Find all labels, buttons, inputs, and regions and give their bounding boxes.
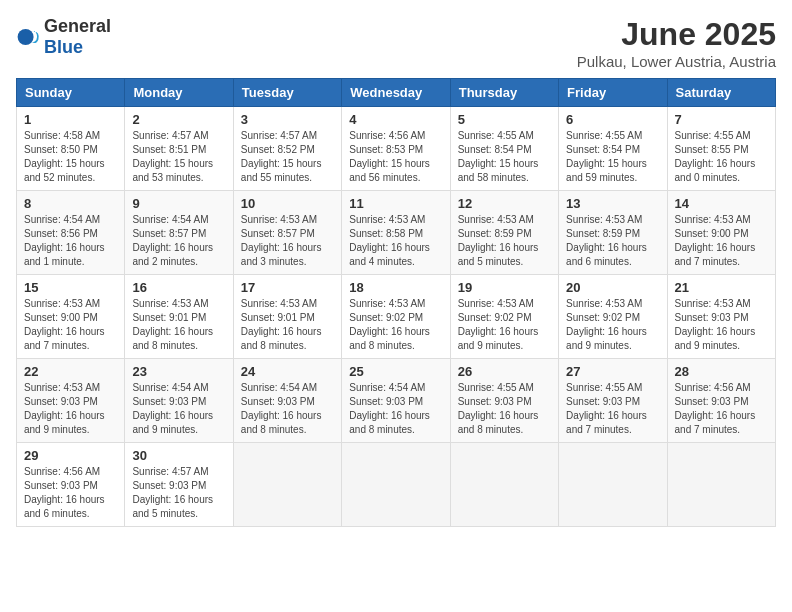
day-number: 14: [675, 196, 768, 211]
day-info: Sunrise: 4:53 AM Sunset: 9:02 PM Dayligh…: [349, 297, 442, 353]
logo-text: General Blue: [44, 16, 111, 58]
day-info: Sunrise: 4:57 AM Sunset: 8:52 PM Dayligh…: [241, 129, 334, 185]
day-number: 13: [566, 196, 659, 211]
calendar-cell: [233, 443, 341, 527]
day-number: 11: [349, 196, 442, 211]
day-info: Sunrise: 4:53 AM Sunset: 8:59 PM Dayligh…: [566, 213, 659, 269]
calendar-cell: 14Sunrise: 4:53 AM Sunset: 9:00 PM Dayli…: [667, 191, 775, 275]
calendar-cell: 11Sunrise: 4:53 AM Sunset: 8:58 PM Dayli…: [342, 191, 450, 275]
calendar-cell: 28Sunrise: 4:56 AM Sunset: 9:03 PM Dayli…: [667, 359, 775, 443]
day-number: 8: [24, 196, 117, 211]
day-number: 24: [241, 364, 334, 379]
calendar-cell: 1Sunrise: 4:58 AM Sunset: 8:50 PM Daylig…: [17, 107, 125, 191]
calendar-cell: [450, 443, 558, 527]
day-info: Sunrise: 4:53 AM Sunset: 9:03 PM Dayligh…: [24, 381, 117, 437]
calendar-cell: 5Sunrise: 4:55 AM Sunset: 8:54 PM Daylig…: [450, 107, 558, 191]
day-info: Sunrise: 4:56 AM Sunset: 8:53 PM Dayligh…: [349, 129, 442, 185]
day-info: Sunrise: 4:56 AM Sunset: 9:03 PM Dayligh…: [675, 381, 768, 437]
day-number: 18: [349, 280, 442, 295]
day-info: Sunrise: 4:53 AM Sunset: 9:02 PM Dayligh…: [458, 297, 551, 353]
calendar-cell: 26Sunrise: 4:55 AM Sunset: 9:03 PM Dayli…: [450, 359, 558, 443]
day-number: 26: [458, 364, 551, 379]
location-title: Pulkau, Lower Austria, Austria: [577, 53, 776, 70]
day-info: Sunrise: 4:54 AM Sunset: 9:03 PM Dayligh…: [132, 381, 225, 437]
day-number: 29: [24, 448, 117, 463]
day-number: 6: [566, 112, 659, 127]
month-title: June 2025: [577, 16, 776, 53]
calendar-cell: 15Sunrise: 4:53 AM Sunset: 9:00 PM Dayli…: [17, 275, 125, 359]
day-info: Sunrise: 4:54 AM Sunset: 9:03 PM Dayligh…: [349, 381, 442, 437]
day-number: 12: [458, 196, 551, 211]
week-row-2: 8Sunrise: 4:54 AM Sunset: 8:56 PM Daylig…: [17, 191, 776, 275]
day-info: Sunrise: 4:56 AM Sunset: 9:03 PM Dayligh…: [24, 465, 117, 521]
logo-general: General: [44, 16, 111, 36]
weekday-header-friday: Friday: [559, 79, 667, 107]
day-info: Sunrise: 4:53 AM Sunset: 8:59 PM Dayligh…: [458, 213, 551, 269]
calendar-cell: 17Sunrise: 4:53 AM Sunset: 9:01 PM Dayli…: [233, 275, 341, 359]
day-number: 27: [566, 364, 659, 379]
calendar-cell: 22Sunrise: 4:53 AM Sunset: 9:03 PM Dayli…: [17, 359, 125, 443]
day-info: Sunrise: 4:57 AM Sunset: 9:03 PM Dayligh…: [132, 465, 225, 521]
day-info: Sunrise: 4:53 AM Sunset: 8:58 PM Dayligh…: [349, 213, 442, 269]
weekday-header-sunday: Sunday: [17, 79, 125, 107]
day-number: 10: [241, 196, 334, 211]
day-number: 9: [132, 196, 225, 211]
calendar-cell: [559, 443, 667, 527]
calendar-cell: 25Sunrise: 4:54 AM Sunset: 9:03 PM Dayli…: [342, 359, 450, 443]
day-number: 21: [675, 280, 768, 295]
logo-icon: [16, 25, 40, 49]
calendar-cell: 24Sunrise: 4:54 AM Sunset: 9:03 PM Dayli…: [233, 359, 341, 443]
day-number: 16: [132, 280, 225, 295]
calendar-cell: 10Sunrise: 4:53 AM Sunset: 8:57 PM Dayli…: [233, 191, 341, 275]
calendar-cell: 6Sunrise: 4:55 AM Sunset: 8:54 PM Daylig…: [559, 107, 667, 191]
weekday-header-saturday: Saturday: [667, 79, 775, 107]
day-number: 2: [132, 112, 225, 127]
svg-point-0: [18, 29, 34, 45]
day-number: 3: [241, 112, 334, 127]
day-number: 5: [458, 112, 551, 127]
day-info: Sunrise: 4:58 AM Sunset: 8:50 PM Dayligh…: [24, 129, 117, 185]
calendar-cell: 2Sunrise: 4:57 AM Sunset: 8:51 PM Daylig…: [125, 107, 233, 191]
calendar-cell: 9Sunrise: 4:54 AM Sunset: 8:57 PM Daylig…: [125, 191, 233, 275]
calendar-cell: 8Sunrise: 4:54 AM Sunset: 8:56 PM Daylig…: [17, 191, 125, 275]
day-number: 30: [132, 448, 225, 463]
day-info: Sunrise: 4:55 AM Sunset: 9:03 PM Dayligh…: [458, 381, 551, 437]
week-row-1: 1Sunrise: 4:58 AM Sunset: 8:50 PM Daylig…: [17, 107, 776, 191]
calendar-cell: 12Sunrise: 4:53 AM Sunset: 8:59 PM Dayli…: [450, 191, 558, 275]
day-info: Sunrise: 4:55 AM Sunset: 8:55 PM Dayligh…: [675, 129, 768, 185]
weekday-header-thursday: Thursday: [450, 79, 558, 107]
calendar-cell: 20Sunrise: 4:53 AM Sunset: 9:02 PM Dayli…: [559, 275, 667, 359]
day-info: Sunrise: 4:53 AM Sunset: 9:01 PM Dayligh…: [132, 297, 225, 353]
calendar-cell: 18Sunrise: 4:53 AM Sunset: 9:02 PM Dayli…: [342, 275, 450, 359]
calendar-table: SundayMondayTuesdayWednesdayThursdayFrid…: [16, 78, 776, 527]
day-number: 15: [24, 280, 117, 295]
day-number: 17: [241, 280, 334, 295]
day-info: Sunrise: 4:53 AM Sunset: 9:00 PM Dayligh…: [675, 213, 768, 269]
header: General Blue June 2025 Pulkau, Lower Aus…: [16, 16, 776, 70]
logo-blue: Blue: [44, 37, 83, 57]
day-number: 20: [566, 280, 659, 295]
day-number: 19: [458, 280, 551, 295]
day-info: Sunrise: 4:55 AM Sunset: 8:54 PM Dayligh…: [566, 129, 659, 185]
weekday-header-row: SundayMondayTuesdayWednesdayThursdayFrid…: [17, 79, 776, 107]
day-number: 22: [24, 364, 117, 379]
calendar-cell: 7Sunrise: 4:55 AM Sunset: 8:55 PM Daylig…: [667, 107, 775, 191]
day-info: Sunrise: 4:55 AM Sunset: 8:54 PM Dayligh…: [458, 129, 551, 185]
day-info: Sunrise: 4:55 AM Sunset: 9:03 PM Dayligh…: [566, 381, 659, 437]
day-number: 23: [132, 364, 225, 379]
day-number: 1: [24, 112, 117, 127]
title-area: June 2025 Pulkau, Lower Austria, Austria: [577, 16, 776, 70]
calendar-cell: 3Sunrise: 4:57 AM Sunset: 8:52 PM Daylig…: [233, 107, 341, 191]
calendar-cell: 16Sunrise: 4:53 AM Sunset: 9:01 PM Dayli…: [125, 275, 233, 359]
day-info: Sunrise: 4:54 AM Sunset: 8:56 PM Dayligh…: [24, 213, 117, 269]
calendar-cell: 29Sunrise: 4:56 AM Sunset: 9:03 PM Dayli…: [17, 443, 125, 527]
week-row-3: 15Sunrise: 4:53 AM Sunset: 9:00 PM Dayli…: [17, 275, 776, 359]
calendar-cell: 4Sunrise: 4:56 AM Sunset: 8:53 PM Daylig…: [342, 107, 450, 191]
calendar-cell: 27Sunrise: 4:55 AM Sunset: 9:03 PM Dayli…: [559, 359, 667, 443]
day-info: Sunrise: 4:54 AM Sunset: 9:03 PM Dayligh…: [241, 381, 334, 437]
day-info: Sunrise: 4:53 AM Sunset: 8:57 PM Dayligh…: [241, 213, 334, 269]
day-number: 4: [349, 112, 442, 127]
calendar-cell: [667, 443, 775, 527]
week-row-4: 22Sunrise: 4:53 AM Sunset: 9:03 PM Dayli…: [17, 359, 776, 443]
day-number: 7: [675, 112, 768, 127]
